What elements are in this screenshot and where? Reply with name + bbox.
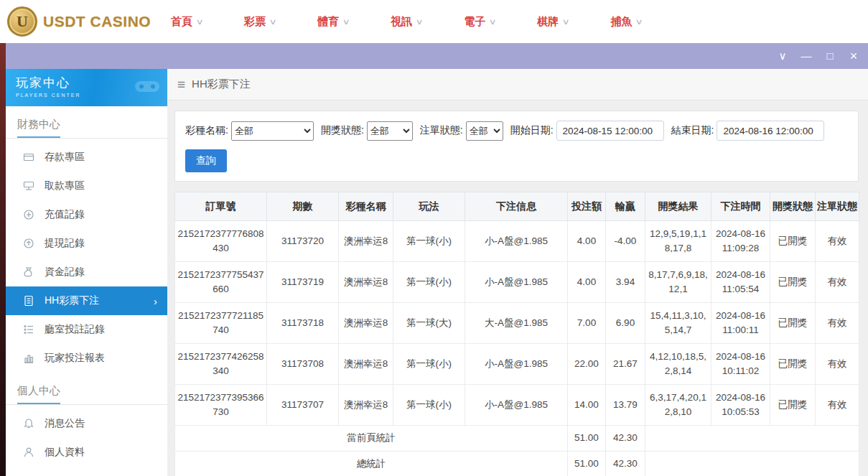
table-cell: 13.79 bbox=[606, 385, 645, 426]
collapse-chevron-icon[interactable]: ∨ bbox=[773, 43, 792, 69]
table-cell: 4.00 bbox=[568, 221, 606, 262]
table-cell: 已開獎 bbox=[770, 344, 816, 385]
column-header: 輸贏 bbox=[606, 192, 645, 221]
order-status-select[interactable]: 全部 bbox=[466, 121, 503, 141]
sidebar-item-withdrawal-record[interactable]: 提現記錄 bbox=[6, 229, 167, 258]
sidebar-item-room-bets[interactable]: 廳室投註記錄 bbox=[6, 315, 167, 344]
table-summary-row: 當前頁統計51.0042.30 bbox=[175, 426, 859, 452]
table-cell: 31173720 bbox=[267, 221, 339, 262]
table-cell: 2024-08-16 11:09:28 bbox=[711, 221, 770, 262]
sidebar-item-profile-person[interactable]: 個人資料 bbox=[6, 438, 167, 467]
table-summary-row: 總統計51.0042.30 bbox=[175, 452, 859, 476]
summary-winloss-total: 42.30 bbox=[606, 452, 645, 476]
sidebar-item-bet-report[interactable]: 玩家投注報表 bbox=[6, 344, 167, 373]
nav-item-0[interactable]: 首頁∨ bbox=[171, 15, 202, 29]
table-cell: 第一球(大) bbox=[393, 303, 465, 344]
nav-item-label: 捕魚 bbox=[610, 15, 632, 29]
draw-status-select[interactable]: 全部 bbox=[367, 121, 413, 141]
chevron-down-icon: ∨ bbox=[416, 17, 424, 27]
table-cell: 31173707 bbox=[267, 385, 339, 426]
search-button[interactable]: 查詢 bbox=[185, 149, 227, 172]
sidebar-item-label: 消息公告 bbox=[45, 417, 85, 430]
sidebar-item-label: 充值記錄 bbox=[45, 208, 85, 221]
table-cell: 2152172377755437660 bbox=[175, 262, 267, 303]
table-cell: 8,17,7,6,9,18,12,1 bbox=[645, 262, 711, 303]
sidebar-item-announcement-bell[interactable]: 消息公告 bbox=[6, 409, 167, 438]
sidebar-item-label: 廳室投註記錄 bbox=[45, 323, 105, 336]
chevron-down-icon: ∨ bbox=[489, 17, 497, 27]
filter-panel: 彩種名稱: 全部 開獎狀態: 全部 注單狀態: 全部 開始日期: bbox=[174, 111, 859, 182]
table-cell: -4.00 bbox=[606, 221, 645, 262]
nav-item-1[interactable]: 彩票∨ bbox=[244, 15, 276, 29]
chevron-down-icon: ∨ bbox=[269, 17, 276, 27]
sidebar-menu: 財務中心存款專區取款專區充值記錄提現記錄資金記錄HH彩票下注›廳室投註記錄玩家投… bbox=[6, 115, 167, 467]
brand-logo[interactable]: U USDT CASINO bbox=[0, 6, 171, 37]
table-cell: 小-A盤@1.985 bbox=[465, 221, 568, 262]
sidebar-item-recharge-record[interactable]: 充值記錄 bbox=[6, 200, 167, 229]
nav-item-3[interactable]: 視訊∨ bbox=[391, 15, 422, 29]
withdraw-icon bbox=[23, 180, 34, 192]
column-header: 投注額 bbox=[568, 192, 606, 221]
table-cell: 4,12,10,18,5,2,8,14 bbox=[645, 344, 711, 385]
table-cell: 小-A盤@1.985 bbox=[465, 344, 568, 385]
order-status-label: 注單狀態: bbox=[420, 124, 463, 137]
maximize-icon[interactable]: □ bbox=[821, 43, 839, 69]
lottery-name-select[interactable]: 全部 bbox=[231, 121, 314, 141]
start-date-label: 開始日期: bbox=[510, 124, 554, 137]
summary-label: 當前頁統計 bbox=[175, 426, 568, 452]
column-header: 訂單號 bbox=[175, 192, 267, 221]
table-cell: 小-A盤@1.985 bbox=[465, 385, 568, 426]
sidebar-item-funds-record[interactable]: 資金記錄 bbox=[6, 258, 167, 286]
table-cell: 有效 bbox=[816, 385, 859, 426]
start-date-input[interactable] bbox=[556, 121, 664, 141]
table-cell: 6,3,17,4,20,12,8,10 bbox=[645, 385, 711, 426]
bets-table: 訂單號期數彩種名稱玩法下注信息投注額輸贏開獎結果下注時間開獎狀態注單狀態 215… bbox=[174, 192, 859, 476]
table-cell: 2152172377776808430 bbox=[175, 221, 267, 262]
minimize-icon[interactable]: — bbox=[797, 43, 816, 69]
top-bar: U USDT CASINO 首頁∨彩票∨體育∨視訊∨電子∨棋牌∨捕魚∨ bbox=[0, 0, 868, 43]
sidebar-item-label: 提現記錄 bbox=[45, 237, 85, 250]
logo-coin-icon: U bbox=[7, 6, 37, 37]
chevron-right-icon: › bbox=[154, 295, 157, 307]
nav-item-4[interactable]: 電子∨ bbox=[464, 15, 495, 29]
sidebar-item-deposit[interactable]: 存款專區 bbox=[6, 143, 167, 172]
main-panel: ≡ HH彩票下注 彩種名稱: 全部 開獎狀態: 全部 注單狀態: bbox=[167, 69, 868, 476]
lottery-bets-icon bbox=[23, 295, 34, 307]
sidebar-item-withdraw[interactable]: 取款專區 bbox=[6, 172, 167, 200]
close-icon[interactable]: × bbox=[844, 43, 863, 69]
sidebar-item-label: 存款專區 bbox=[45, 151, 85, 164]
table-cell: 澳洲幸运8 bbox=[339, 221, 393, 262]
table-row: 215217237739536673031173707澳洲幸运8第一球(小)小-… bbox=[175, 385, 859, 426]
bet-report-icon bbox=[23, 353, 34, 364]
table-cell: 有效 bbox=[816, 344, 859, 385]
hamburger-menu-icon[interactable]: ≡ bbox=[177, 78, 185, 91]
chevron-down-icon: ∨ bbox=[562, 17, 570, 27]
gamepad-icon bbox=[134, 78, 160, 98]
table-cell: 澳洲幸运8 bbox=[339, 385, 393, 426]
table-cell: 已開獎 bbox=[770, 221, 816, 262]
room-bets-icon bbox=[23, 324, 34, 335]
nav-item-2[interactable]: 體育∨ bbox=[317, 15, 349, 29]
table-cell: 15,4,11,3,10,5,14,7 bbox=[645, 303, 711, 344]
sidebar-item-lottery-bets[interactable]: HH彩票下注› bbox=[6, 286, 167, 315]
table-cell: 第一球(小) bbox=[393, 385, 465, 426]
column-header: 注單狀態 bbox=[816, 192, 859, 221]
bets-table-wrap: 訂單號期數彩種名稱玩法下注信息投注額輸贏開獎結果下注時間開獎狀態注單狀態 215… bbox=[174, 192, 859, 476]
table-cell: 第一球(小) bbox=[393, 344, 465, 385]
end-date-input[interactable] bbox=[717, 121, 824, 141]
summary-bet-total: 51.00 bbox=[568, 452, 606, 476]
table-cell: 第一球(小) bbox=[393, 262, 465, 303]
nav-item-6[interactable]: 捕魚∨ bbox=[610, 15, 642, 29]
summary-empty bbox=[645, 426, 859, 452]
table-cell: 4.00 bbox=[568, 262, 606, 303]
app-window: ∨ — □ × 玩家中心 PLAYERS CENTER 財務中心存款專區取款專區… bbox=[6, 43, 868, 476]
sidebar-item-label: 資金記錄 bbox=[45, 266, 85, 279]
nav-item-5[interactable]: 棋牌∨ bbox=[537, 15, 569, 29]
table-cell: 2152172377395366730 bbox=[175, 385, 267, 426]
nav-item-label: 棋牌 bbox=[537, 15, 559, 29]
nav-item-label: 視訊 bbox=[391, 15, 412, 29]
profile-person-icon bbox=[23, 447, 34, 458]
table-cell: 有效 bbox=[816, 303, 859, 344]
table-cell: 2024-08-16 10:05:53 bbox=[711, 385, 770, 426]
summary-winloss-total: 42.30 bbox=[606, 426, 645, 452]
